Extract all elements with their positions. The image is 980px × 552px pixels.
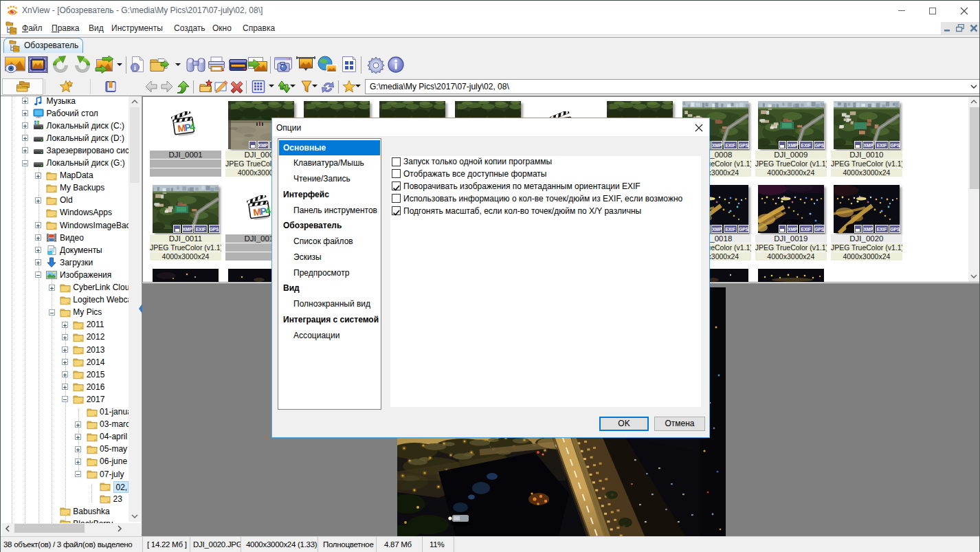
svg-text:i: i [134, 64, 136, 71]
svg-text:4: 4 [265, 205, 271, 217]
svg-text:4: 4 [189, 120, 196, 132]
